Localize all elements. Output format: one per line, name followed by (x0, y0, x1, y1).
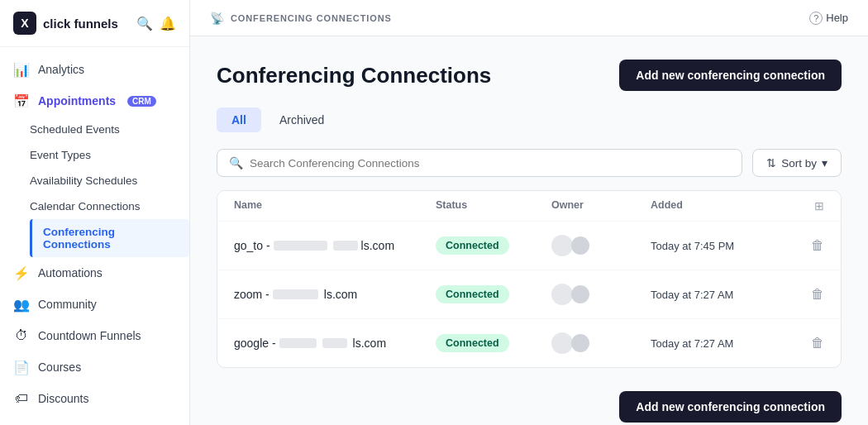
goto-owner-avatar (551, 235, 573, 256)
topbar-breadcrumb: CONFERENCING CONNECTIONS (231, 13, 392, 23)
sidebar-item-courses[interactable]: 📄 Courses (0, 351, 189, 383)
page-title: Conferencing Connections (217, 63, 491, 88)
sidebar-item-event-types[interactable]: Event Types (30, 142, 189, 168)
search-icon-button[interactable]: 🔍 (136, 16, 153, 31)
tab-all[interactable]: All (217, 107, 261, 132)
col-name: Name (234, 199, 436, 212)
row-name-zoom: zoom - ls.com (234, 288, 436, 301)
tabs: All Archived (217, 107, 842, 132)
google-delete-button[interactable]: 🗑 (811, 336, 824, 351)
page-header: Conferencing Connections Add new confere… (217, 60, 842, 91)
sort-button[interactable]: ⇅ Sort by ▾ (752, 149, 842, 177)
analytics-icon: 📊 (13, 61, 30, 78)
help-circle-icon: ? (809, 12, 823, 25)
topbar: 📡 CONFERENCING CONNECTIONS ? Help (190, 0, 868, 36)
sidebar-nav: 📊 Analytics 📅 Appointments CRM Scheduled… (0, 47, 189, 425)
goto-owner-avatar2 (571, 236, 589, 255)
col-added: Added (651, 199, 783, 212)
topbar-conferencing-icon: 📡 (210, 12, 224, 25)
google-owner-avatar (551, 332, 573, 354)
goto-added: Today at 7:45 PM (651, 240, 783, 252)
email-icon: ✉ (13, 422, 30, 425)
community-icon: 👥 (13, 296, 30, 313)
goto-status-badge: Connected (436, 236, 509, 255)
sidebar-item-email[interactable]: ✉ Email (0, 414, 189, 425)
logo-text: click funnels (43, 17, 118, 31)
sidebar-item-countdown-funnels[interactable]: ⏱ Countdown Funnels (0, 320, 189, 351)
row-name-google: google - ls.com (234, 337, 436, 350)
toolbar: 🔍 ⇅ Sort by ▾ (217, 149, 842, 177)
col-status: Status (436, 199, 551, 212)
sort-chevron-icon: ▾ (822, 156, 827, 170)
sidebar-item-analytics[interactable]: 📊 Analytics (0, 54, 189, 85)
tab-archived[interactable]: Archived (265, 107, 339, 132)
topbar-left: 📡 CONFERENCING CONNECTIONS (210, 12, 392, 25)
add-new-connection-button-top[interactable]: Add new conferencing connection (619, 60, 842, 91)
page-content: Conferencing Connections Add new confere… (190, 36, 868, 391)
conferencing-connections-label: Conferencing Connections (43, 226, 176, 251)
sidebar-item-discounts[interactable]: 🏷 Discounts (0, 383, 189, 414)
community-label: Community (38, 298, 97, 311)
sidebar-item-conferencing-connections[interactable]: Conferencing Connections (30, 219, 189, 257)
goto-email-blurred (274, 241, 327, 251)
sidebar-item-analytics-label: Analytics (38, 63, 84, 76)
google-prefix: google - (234, 337, 276, 350)
countdown-funnels-icon: ⏱ (13, 327, 30, 344)
table-row: google - ls.com Connected Today at 7:27 … (217, 319, 841, 367)
event-types-label: Event Types (30, 149, 91, 161)
goto-owner (551, 235, 651, 256)
search-input[interactable] (250, 157, 730, 170)
sidebar-item-appointments[interactable]: 📅 Appointments CRM (0, 85, 189, 117)
goto-delete-button[interactable]: 🗑 (811, 238, 824, 253)
appointments-icon: 📅 (13, 93, 30, 109)
zoom-owner-avatar2 (571, 285, 589, 303)
columns-toggle-button[interactable]: ⊞ (814, 199, 824, 212)
row-name-goto: go_to - ls.com (234, 239, 436, 252)
table-row: zoom - ls.com Connected Today at 7:27 AM… (217, 270, 841, 319)
sidebar: X click funnels 🔍 🔔 📊 Analytics 📅 Appoin… (0, 0, 190, 425)
zoom-added: Today at 7:27 AM (651, 289, 783, 301)
goto-email-blurred2 (333, 241, 358, 251)
crm-badge: CRM (127, 96, 156, 107)
table-header: Name Status Owner Added ⊞ (217, 191, 841, 222)
zoom-owner-avatar (551, 284, 573, 305)
sidebar-item-automations[interactable]: ⚡ Automations (0, 257, 189, 289)
discounts-icon: 🏷 (13, 390, 30, 407)
sort-label: Sort by (781, 157, 817, 170)
sidebar-icons: 🔍 🔔 (136, 16, 176, 31)
sidebar-item-availability-schedules[interactable]: Availability Schedules (30, 168, 189, 193)
logo-initial: X (21, 17, 28, 30)
zoom-status: Connected (436, 285, 551, 303)
sidebar-item-scheduled-events[interactable]: Scheduled Events (30, 117, 189, 142)
sort-icon: ⇅ (766, 156, 776, 170)
sidebar-item-community[interactable]: 👥 Community (0, 289, 189, 320)
logo-box: X (13, 12, 36, 35)
google-status-badge: Connected (436, 334, 509, 352)
main-content: 📡 CONFERENCING CONNECTIONS ? Help Confer… (190, 0, 868, 425)
google-status: Connected (436, 334, 551, 352)
google-email-blurred2 (322, 338, 347, 348)
zoom-delete-button[interactable]: 🗑 (811, 287, 824, 302)
zoom-suffix: ls.com (324, 288, 357, 301)
goto-suffix: ls.com (361, 239, 394, 252)
google-added: Today at 7:27 AM (651, 337, 783, 350)
courses-icon: 📄 (13, 359, 30, 375)
sidebar-logo: X click funnels 🔍 🔔 (0, 0, 189, 47)
search-box: 🔍 (217, 149, 742, 177)
scheduled-events-label: Scheduled Events (30, 123, 120, 136)
automations-label: Automations (38, 266, 103, 279)
google-email-blurred (279, 338, 317, 348)
discounts-label: Discounts (38, 392, 88, 405)
add-new-connection-button-bottom[interactable]: Add new conferencing connection (619, 391, 842, 423)
sidebar-item-calendar-connections[interactable]: Calendar Connections (30, 193, 189, 219)
search-icon: 🔍 (229, 156, 243, 170)
zoom-owner (551, 284, 651, 305)
help-label: Help (826, 12, 848, 24)
automations-icon: ⚡ (13, 265, 30, 281)
help-button[interactable]: ? Help (809, 12, 848, 25)
countdown-funnels-label: Countdown Funnels (38, 329, 141, 342)
zoom-status-badge: Connected (436, 285, 509, 303)
notification-icon-button[interactable]: 🔔 (160, 16, 176, 31)
sub-nav: Scheduled Events Event Types Availabilit… (0, 117, 189, 257)
calendar-connections-label: Calendar Connections (30, 200, 141, 212)
